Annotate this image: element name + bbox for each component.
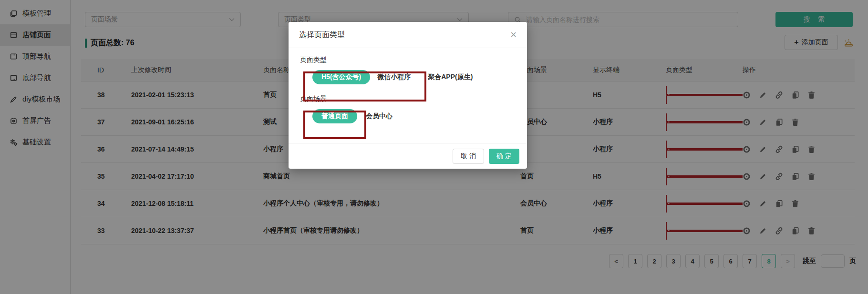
page-type-section-label: 页面类型: [300, 56, 516, 64]
option-member-center[interactable]: 会员中心: [366, 112, 393, 121]
option-normal-page-selected[interactable]: 普通页面: [312, 109, 357, 123]
option-native-app[interactable]: 聚合APP(原生): [428, 73, 473, 81]
modal-body: 页面类型 H5(含公众号) 微信小程序 聚合APP(原生) 页面场景 普通页面 …: [289, 48, 527, 123]
modal-title: 选择页面类型: [299, 30, 345, 40]
page-scene-section-label: 页面场景: [300, 95, 516, 103]
option-h5-selected[interactable]: H5(含公众号): [312, 70, 370, 84]
confirm-button[interactable]: 确 定: [489, 149, 519, 164]
page-scene-options: 普通页面 会员中心: [312, 109, 516, 123]
option-wechat-miniprogram[interactable]: 微信小程序: [377, 73, 411, 81]
select-page-type-dialog: 选择页面类型 × 页面类型 H5(含公众号) 微信小程序 聚合APP(原生) 页…: [289, 22, 527, 169]
page-type-options: H5(含公众号) 微信小程序 聚合APP(原生): [312, 70, 516, 84]
modal-footer: 取 消 确 定: [289, 143, 527, 169]
close-icon[interactable]: ×: [510, 30, 517, 40]
modal-header: 选择页面类型 ×: [289, 22, 527, 48]
cancel-button[interactable]: 取 消: [453, 149, 484, 164]
